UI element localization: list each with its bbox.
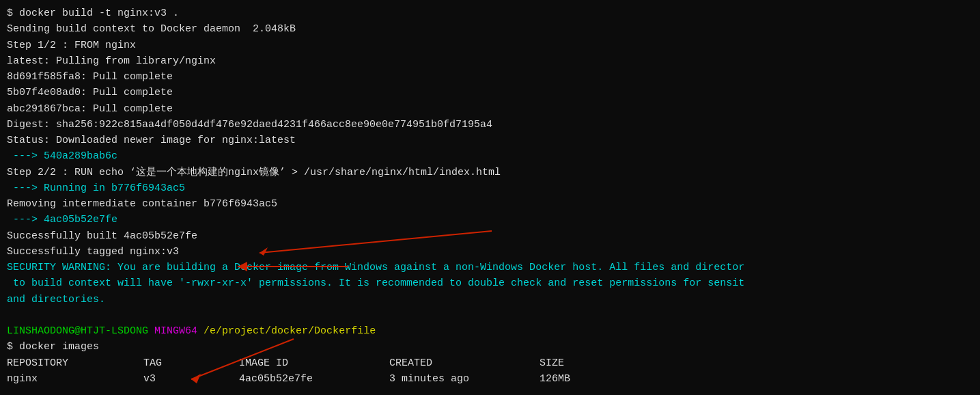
line-tablerow: nginx v3 4ac05b52e7fe 3 minutes ago 126M… bbox=[7, 371, 973, 387]
line-cmd1: $ docker build -t nginx:v3 . bbox=[7, 5, 973, 21]
line-1: Sending build context to Docker daemon 2… bbox=[7, 21, 973, 37]
line-14: Successfully built 4ac05b52e7fe bbox=[7, 228, 973, 244]
line-15: Successfully tagged nginx:v3 bbox=[7, 244, 973, 260]
line-2: Step 1/2 : FROM nginx bbox=[7, 38, 973, 53]
line-warning3: and directories. bbox=[7, 292, 973, 308]
line-warning1: SECURITY WARNING: You are building a Doc… bbox=[7, 260, 973, 275]
line-prompt: LINSHAODONG@HTJT-LSDONG MINGW64 /e/proje… bbox=[7, 323, 973, 339]
line-12: Removing intermediate container b776f694… bbox=[7, 196, 973, 212]
line-3: latest: Pulling from library/nginx bbox=[7, 53, 973, 69]
line-7: Digest: sha256:922c815aa4df050d4df476e92… bbox=[7, 117, 973, 133]
line-5: 5b07f4e08ad0: Pull complete bbox=[7, 85, 973, 100]
line-9: ---> 540a289bab6c bbox=[7, 148, 973, 164]
line-11: ---> Running in b776f6943ac5 bbox=[7, 180, 973, 196]
line-warning2: to build context will have '-rwxr-xr-x' … bbox=[7, 275, 973, 291]
line-6: abc291867bca: Pull complete bbox=[7, 101, 973, 117]
line-cmd2: $ docker images bbox=[7, 339, 973, 355]
line-4: 8d691f585fa8: Pull complete bbox=[7, 69, 973, 85]
line-10: Step 2/2 : RUN echo ‘这是一个本地构建的nginx镜像’ >… bbox=[7, 165, 973, 180]
line-8: Status: Downloaded newer image for nginx… bbox=[7, 133, 973, 148]
line-empty bbox=[7, 308, 973, 323]
line-13: ---> 4ac05b52e7fe bbox=[7, 212, 973, 228]
terminal-output: $ docker build -t nginx:v3 . Sending bui… bbox=[7, 5, 973, 387]
line-tableheader: REPOSITORY TAG IMAGE ID CREATED SIZE bbox=[7, 355, 973, 371]
